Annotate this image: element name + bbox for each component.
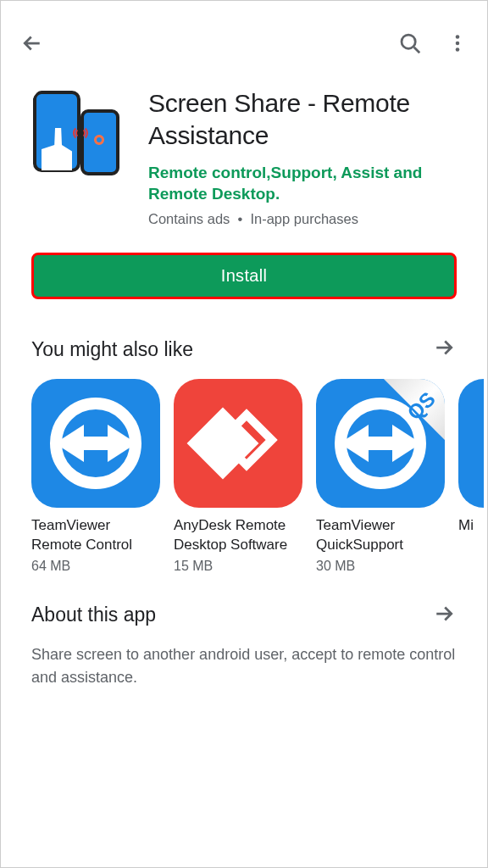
suggestions-header[interactable]: You might also like — [1, 308, 487, 374]
suggestions-arrow-icon[interactable] — [431, 335, 457, 364]
install-button[interactable]: Install — [31, 253, 457, 299]
app-monetization-meta: Contains ads • In-app purchases — [148, 211, 457, 227]
contains-ads-label: Contains ads — [148, 211, 230, 226]
suggestion-card-partial[interactable]: Mi — [458, 379, 484, 574]
app-icon — [31, 87, 130, 186]
suggestions-title: You might also like — [31, 338, 193, 361]
more-options-button[interactable] — [446, 32, 469, 54]
about-arrow-icon[interactable] — [431, 601, 457, 630]
search-button[interactable] — [397, 31, 423, 56]
svg-point-0 — [402, 35, 415, 48]
quicksupport-icon: QS — [316, 379, 445, 508]
teamviewer-icon — [31, 379, 160, 508]
suggestion-size: 15 MB — [174, 559, 302, 574]
suggestion-card-quicksupport[interactable]: QS TeamViewer QuickSupport 30 MB — [316, 379, 445, 574]
suggestion-card-teamviewer[interactable]: TeamViewer Remote Control 64 MB — [31, 379, 160, 574]
suggestion-size: 64 MB — [31, 559, 160, 574]
suggestion-card-anydesk[interactable]: AnyDesk Remote Desktop Software 15 MB — [174, 379, 302, 574]
suggestion-name: TeamViewer Remote Control — [31, 516, 160, 554]
back-button[interactable] — [19, 31, 45, 56]
suggestion-name: AnyDesk Remote Desktop Software — [174, 516, 302, 554]
app-header: Screen Share - Remote Assistance Remote … — [1, 70, 487, 234]
about-header[interactable]: About this app — [1, 574, 487, 640]
anydesk-icon — [174, 379, 302, 508]
top-app-bar — [1, 11, 487, 70]
app-title: Screen Share - Remote Assistance — [148, 87, 457, 153]
suggestion-name: Mi — [458, 516, 484, 535]
svg-point-3 — [456, 47, 460, 52]
svg-point-1 — [456, 35, 460, 39]
svg-point-2 — [456, 42, 460, 46]
app-developer[interactable]: Remote control,Support, Assist and Remot… — [148, 162, 457, 205]
about-title: About this app — [31, 604, 156, 626]
suggestions-carousel[interactable]: TeamViewer Remote Control 64 MB AnyDesk … — [1, 374, 487, 574]
suggestion-size: 30 MB — [316, 559, 445, 574]
suggestion-name: TeamViewer QuickSupport — [316, 516, 445, 554]
partial-icon — [458, 379, 484, 508]
about-description: Share screen to another android user, ac… — [1, 640, 487, 693]
in-app-purchases-label: In-app purchases — [250, 211, 358, 226]
